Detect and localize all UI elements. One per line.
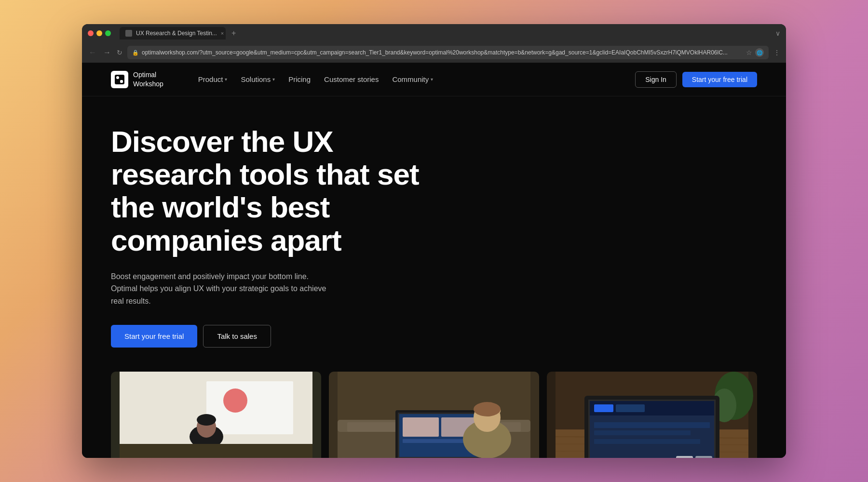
svg-rect-40 [594, 430, 691, 435]
brand[interactable]: Optimal Workshop [111, 70, 163, 88]
gallery-svg-3 [547, 372, 757, 458]
profile-icon[interactable]: 🌐 [755, 48, 764, 57]
svg-rect-2 [206, 381, 293, 434]
signin-button[interactable]: Sign In [635, 71, 677, 88]
brand-logo [111, 71, 128, 88]
traffic-lights [88, 30, 111, 36]
title-bar: UX Research & Design Testin... × + ∨ [82, 24, 786, 42]
nav-actions: Sign In Start your free trial [635, 71, 757, 88]
browser-menu-button[interactable]: ⋮ [773, 49, 780, 56]
address-bar-row: ← → ↻ 🔒 optimalworkshop.com/?utm_source=… [82, 42, 786, 63]
svg-rect-39 [594, 422, 710, 428]
chevron-down-icon: ▾ [431, 77, 433, 82]
gallery-svg-1 [111, 372, 321, 458]
minimize-button[interactable] [96, 30, 102, 36]
tab-controls-right[interactable]: ∨ [775, 29, 780, 37]
website-content: Optimal Workshop Product ▾ Solutions ▾ P… [82, 63, 786, 458]
svg-point-3 [223, 388, 247, 413]
svg-rect-41 [594, 439, 700, 444]
back-button[interactable]: ← [88, 48, 97, 57]
nav-link-product[interactable]: Product ▾ [192, 71, 233, 87]
nav-link-pricing[interactable]: Pricing [283, 71, 316, 87]
tab-title: UX Research & Design Testin... [136, 30, 217, 37]
svg-rect-9 [120, 444, 312, 458]
hero-buttons: Start your free trial Talk to sales [111, 325, 757, 348]
brand-logo-inner [115, 75, 124, 84]
chevron-down-icon: ▾ [272, 77, 275, 82]
brand-name: Optimal Workshop [133, 70, 163, 88]
gallery-image-1 [111, 372, 321, 458]
address-url: optimalworkshop.com/?utm_source=google&u… [142, 49, 728, 56]
nav-link-solutions[interactable]: Solutions ▾ [235, 71, 281, 87]
image-gallery [111, 372, 757, 458]
new-tab-button[interactable]: + [228, 29, 240, 38]
browser-window: UX Research & Design Testin... × + ∨ ← →… [82, 24, 786, 458]
address-right-controls: ☆ 🌐 [746, 48, 764, 57]
svg-rect-37 [594, 404, 613, 412]
refresh-button[interactable]: ↻ [117, 49, 122, 56]
tab-favicon [125, 30, 132, 37]
maximize-button[interactable] [105, 30, 111, 36]
hero-sales-button[interactable]: Talk to sales [203, 325, 271, 348]
close-button[interactable] [88, 30, 94, 36]
svg-rect-43 [695, 456, 712, 458]
tab-bar: UX Research & Design Testin... × + [120, 27, 240, 40]
site-nav: Optimal Workshop Product ▾ Solutions ▾ P… [82, 63, 786, 96]
hero-headline: Discover the UX research tools that set … [111, 125, 439, 257]
bookmark-icon[interactable]: ☆ [746, 49, 752, 56]
gallery-image-3 [547, 372, 757, 458]
gallery-image-2 [329, 372, 539, 458]
chevron-down-icon: ▾ [225, 77, 227, 82]
svg-point-8 [197, 414, 216, 426]
hero-trial-button[interactable]: Start your free trial [111, 325, 197, 348]
nav-trial-button[interactable]: Start your free trial [682, 72, 757, 87]
security-icon: 🔒 [132, 50, 139, 56]
active-tab[interactable]: UX Research & Design Testin... × [120, 27, 226, 40]
svg-rect-21 [403, 439, 473, 443]
tab-close-button[interactable]: × [221, 30, 224, 36]
svg-rect-38 [616, 404, 645, 412]
nav-link-customer-stories[interactable]: Customer stories [318, 71, 384, 87]
nav-links: Product ▾ Solutions ▾ Pricing Customer s… [192, 71, 635, 87]
svg-rect-19 [403, 417, 439, 437]
hero-section: Discover the UX research tools that set … [82, 96, 786, 458]
svg-rect-42 [676, 456, 693, 458]
hero-subtext: Boost engagement and positively impact y… [111, 270, 333, 308]
forward-button[interactable]: → [102, 48, 112, 57]
gallery-svg-2 [329, 372, 539, 458]
svg-point-25 [474, 402, 501, 416]
nav-link-community[interactable]: Community ▾ [386, 71, 439, 87]
address-bar[interactable]: 🔒 optimalworkshop.com/?utm_source=google… [127, 46, 769, 59]
